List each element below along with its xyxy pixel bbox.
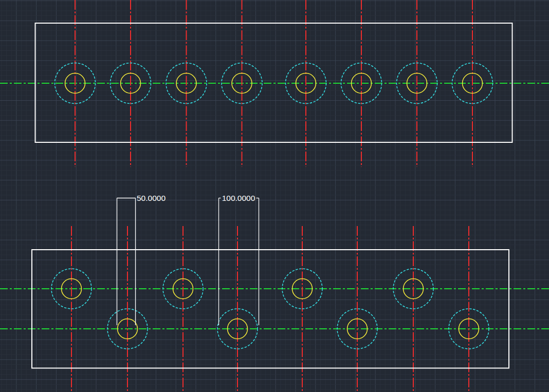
drawing-canvas[interactable]: 50.0000100.0000	[0, 0, 549, 392]
dimension-text[interactable]: 50.0000	[137, 194, 166, 202]
cad-viewport[interactable]: 50.0000100.0000	[0, 0, 549, 392]
dimension-text[interactable]: 100.0000	[222, 194, 255, 202]
canvas-background	[0, 0, 549, 392]
